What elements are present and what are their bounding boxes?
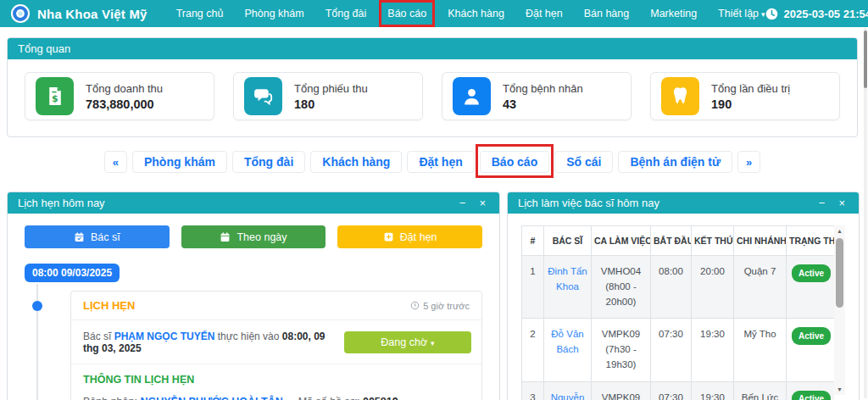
quicknav-benh-an-dien-tu[interactable]: Bệnh án điện tử [618, 151, 732, 173]
doctor-link[interactable]: Đỗ Văn Bách [551, 329, 583, 354]
minimize-icon[interactable]: − [459, 197, 466, 208]
doctor-schedule-title: Lịch làm việc bác sĩ hôm nay [518, 197, 819, 209]
stat-card-revenue: $ Tổng doanh thu 783,880,000 [25, 72, 214, 120]
chevron-down-icon: ▾ [431, 339, 435, 347]
quicknav-tong-dai[interactable]: Tổng đài [232, 151, 305, 173]
calendar-check-icon [74, 231, 85, 242]
patient-icon [453, 77, 491, 115]
appointment-card-heading: LỊCH HẸN [83, 299, 135, 312]
stat-label: Tổng phiếu thu [294, 82, 368, 95]
stat-card-patients: Tổng bệnh nhân 43 [442, 72, 632, 120]
nav-datetime: 2025-03-05 21:54:43 [765, 8, 868, 20]
col-branch: CHI NHÁNH [734, 226, 787, 256]
schedule-table-wrapper: # BÁC SĨ CA LÀM VIỆC BẮT ĐẦU KẾT THÚC CH… [521, 225, 834, 400]
nav-right-cluster: 2025-03-05 21:54:43 10 [765, 4, 868, 23]
col-doctor: BÁC SĨ [544, 226, 592, 256]
close-icon[interactable]: × [479, 197, 486, 208]
plus-square-icon [383, 231, 394, 242]
calendar-icon [220, 231, 231, 242]
table-row: 2 Đỗ Văn Bách VMPK09 (7h30 - 19h30) 07:3… [522, 319, 835, 381]
overview-cards: $ Tổng doanh thu 783,880,000 Tổng phiếu … [8, 59, 857, 136]
overview-title: Tổng quan [18, 42, 847, 55]
status-badge: Active [792, 391, 831, 400]
comments-icon [244, 77, 282, 115]
small-clock-icon [410, 301, 420, 310]
quicknav-khach-hang[interactable]: Khách hàng [310, 151, 402, 173]
overview-panel: Tổng quan $ Tổng doanh thu 783,880,000 T… [7, 37, 858, 137]
status-dropdown-button[interactable]: Đang chờ▾ [344, 331, 471, 353]
appointments-panel-title: Lịch hẹn hôm nay [18, 197, 459, 209]
scroll-down-icon[interactable]: ▼ [837, 384, 843, 395]
top-navbar: Nha Khoa Việt Mỹ Trang chủ Phòng khám Tổ… [0, 0, 868, 27]
doctor-link[interactable]: Nguyễn Hải Sơn [549, 392, 585, 400]
doctor-schedule-panel: Lịch làm việc bác sĩ hôm nay − × # [507, 192, 860, 400]
panels-row: Lịch hẹn hôm nay − × Bác sĩ [7, 192, 858, 400]
doctor-filter-button[interactable]: Bác sĩ [25, 225, 170, 248]
tooth-icon [661, 77, 699, 115]
appointment-time-ago: 5 giờ trước [410, 301, 470, 311]
overview-panel-header: Tổng quan [8, 38, 857, 59]
stat-value: 43 [503, 97, 583, 111]
patient-name-link[interactable]: NGUYỄN PHƯỚC HOÀI TÂN [140, 396, 282, 400]
stat-card-receipts: Tổng phiếu thu 180 [233, 72, 423, 120]
stat-label: Tổng doanh thu [86, 82, 163, 95]
col-end: KẾT THÚC [692, 226, 734, 256]
record-cell: Mã số hồ sơ: 005819 [298, 396, 470, 400]
svg-text:$: $ [52, 93, 58, 104]
quick-nav: « Phòng khám Tổng đài Khách hàng Đặt hẹn… [7, 151, 858, 173]
quicknav-prev-button[interactable]: « [104, 151, 127, 173]
table-header-row: # BÁC SĨ CA LÀM VIỆC BẮT ĐẦU KẾT THÚC CH… [522, 226, 835, 256]
appointment-actions: Bác sĩ Theo ngày Đặt hẹn [25, 225, 482, 248]
stat-card-treatments: Tổng lần điều trị 190 [650, 72, 840, 120]
nav-item-thiet-lap[interactable]: Thiết lập▾ [718, 6, 765, 21]
nav-item-khach-hang[interactable]: Khách hàng [448, 6, 504, 21]
main-content: Tổng quan $ Tổng doanh thu 783,880,000 T… [0, 27, 868, 400]
stat-label: Tổng lần điều trị [711, 82, 790, 95]
col-num: # [522, 226, 544, 256]
appointment-summary: Bác sĩ PHẠM NGỌC TUYẾN thực hiện vào 08:… [83, 331, 339, 354]
appointments-panel-header: Lịch hẹn hôm nay − × [8, 192, 499, 214]
doctor-name-link[interactable]: PHẠM NGỌC TUYẾN [114, 331, 215, 342]
quicknav-so-cai[interactable]: Sổ cái [554, 151, 613, 173]
appointments-timeline: 08:00 09/03/2025 LỊCH HẸN 5 giờ trước [25, 264, 482, 400]
nav-item-marketing[interactable]: Marketing [650, 6, 697, 21]
quicknav-phong-kham[interactable]: Phòng khám [132, 151, 227, 173]
app-logo-icon [10, 3, 31, 24]
stat-value: 190 [711, 97, 790, 111]
nav-item-ban-hang[interactable]: Bán hàng [584, 6, 630, 21]
col-status: TRẠNG THÁI [787, 226, 835, 256]
table-scrollbar[interactable]: ▲ ▼ [834, 225, 845, 395]
quicknav-dat-hen[interactable]: Đặt hẹn [407, 151, 474, 173]
col-start: BẮT ĐẦU [651, 226, 692, 256]
col-shift: CA LÀM VIỆC [592, 226, 651, 256]
nav-item-phong-kham[interactable]: Phòng khám [244, 6, 303, 21]
brand[interactable]: Nha Khoa Việt Mỹ [10, 3, 147, 24]
table-row: 1 Đinh Tấn Khoa VMHO04 (8h00 - 20h00) 08… [522, 256, 835, 319]
book-appointment-button[interactable]: Đặt hẹn [337, 225, 482, 248]
nav-item-bao-cao[interactable]: Báo cáo [387, 6, 426, 21]
quicknav-next-button[interactable]: » [737, 151, 760, 173]
record-number: 005819 [363, 396, 398, 400]
quicknav-bao-cao[interactable]: Báo cáo [480, 151, 549, 173]
by-day-filter-button[interactable]: Theo ngày [181, 225, 326, 248]
patient-cell: Bệnh nhân: NGUYỄN PHƯỚC HOÀI TÂN [83, 396, 288, 400]
status-badge: Active [792, 327, 831, 345]
status-badge: Active [792, 264, 831, 282]
clock-icon [765, 8, 778, 20]
table-scrollbar-thumb[interactable] [836, 238, 843, 308]
nav-item-tong-dai[interactable]: Tổng đài [326, 6, 367, 21]
nav-item-trang-chu[interactable]: Trang chủ [176, 6, 224, 21]
doctor-link[interactable]: Đinh Tấn Khoa [548, 266, 587, 292]
close-icon[interactable]: × [838, 197, 845, 208]
nav-item-dat-hen[interactable]: Đặt hẹn [526, 6, 563, 21]
chevron-down-icon: ▾ [761, 10, 765, 19]
table-row: 3 Nguyễn Hải Sơn VMPK09 (7h30 - 19h30) 0… [522, 381, 835, 400]
stat-label: Tổng bệnh nhân [503, 82, 583, 95]
page-scrollbar-thumb[interactable] [864, 31, 867, 88]
scroll-up-icon[interactable]: ▲ [837, 225, 843, 236]
appointment-info-heading: THÔNG TIN LỊCH HẸN [83, 374, 470, 386]
timeline-time-badge: 08:00 09/03/2025 [25, 264, 120, 282]
nav-menu: Trang chủ Phòng khám Tổng đài Báo cáo Kh… [176, 6, 765, 21]
doctor-schedule-header: Lịch làm việc bác sĩ hôm nay − × [508, 192, 859, 214]
minimize-icon[interactable]: − [819, 197, 826, 208]
